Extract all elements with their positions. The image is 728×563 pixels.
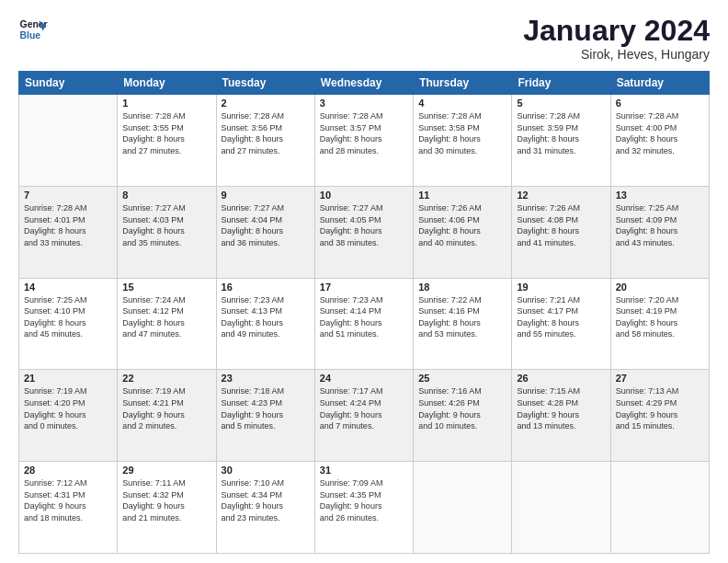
calendar-cell: 25Sunrise: 7:16 AM Sunset: 4:26 PM Dayli…	[414, 370, 512, 462]
day-info: Sunrise: 7:16 AM Sunset: 4:26 PM Dayligh…	[418, 385, 506, 431]
week-row-5: 28Sunrise: 7:12 AM Sunset: 4:31 PM Dayli…	[19, 462, 710, 554]
day-number: 29	[122, 465, 210, 476]
calendar-cell: 22Sunrise: 7:19 AM Sunset: 4:21 PM Dayli…	[118, 370, 216, 462]
day-number: 22	[122, 373, 210, 384]
calendar-cell: 24Sunrise: 7:17 AM Sunset: 4:24 PM Dayli…	[314, 370, 413, 462]
day-number: 1	[122, 98, 210, 109]
day-info: Sunrise: 7:12 AM Sunset: 4:31 PM Dayligh…	[24, 477, 112, 523]
day-info: Sunrise: 7:28 AM Sunset: 3:55 PM Dayligh…	[122, 110, 210, 156]
calendar-cell: 4Sunrise: 7:28 AM Sunset: 3:58 PM Daylig…	[414, 95, 512, 187]
week-row-4: 21Sunrise: 7:19 AM Sunset: 4:20 PM Dayli…	[19, 370, 710, 462]
day-number: 17	[320, 282, 408, 293]
day-info: Sunrise: 7:27 AM Sunset: 4:03 PM Dayligh…	[122, 202, 210, 248]
calendar-cell: 28Sunrise: 7:12 AM Sunset: 4:31 PM Dayli…	[19, 462, 118, 554]
title-block: January 2024 Sirok, Heves, Hungary	[523, 15, 710, 62]
calendar-cell: 12Sunrise: 7:26 AM Sunset: 4:08 PM Dayli…	[512, 186, 610, 278]
calendar-page: General Blue January 2024 Sirok, Heves, …	[0, 0, 728, 563]
weekday-header-tuesday: Tuesday	[216, 72, 314, 95]
day-info: Sunrise: 7:25 AM Sunset: 4:09 PM Dayligh…	[616, 202, 704, 248]
day-number: 10	[320, 190, 408, 201]
calendar-cell: 3Sunrise: 7:28 AM Sunset: 3:57 PM Daylig…	[314, 95, 413, 187]
day-number: 24	[320, 373, 408, 384]
day-info: Sunrise: 7:27 AM Sunset: 4:05 PM Dayligh…	[320, 202, 408, 248]
day-info: Sunrise: 7:21 AM Sunset: 4:17 PM Dayligh…	[517, 294, 605, 340]
calendar-table: SundayMondayTuesdayWednesdayThursdayFrid…	[18, 71, 710, 554]
day-info: Sunrise: 7:19 AM Sunset: 4:20 PM Dayligh…	[24, 385, 112, 431]
calendar-cell: 29Sunrise: 7:11 AM Sunset: 4:32 PM Dayli…	[118, 462, 216, 554]
day-number: 6	[616, 98, 704, 109]
day-info: Sunrise: 7:23 AM Sunset: 4:13 PM Dayligh…	[222, 294, 310, 340]
calendar-cell	[19, 95, 118, 187]
day-info: Sunrise: 7:28 AM Sunset: 3:56 PM Dayligh…	[222, 110, 310, 156]
day-info: Sunrise: 7:18 AM Sunset: 4:23 PM Dayligh…	[222, 385, 310, 431]
day-info: Sunrise: 7:11 AM Sunset: 4:32 PM Dayligh…	[122, 477, 210, 523]
calendar-cell: 18Sunrise: 7:22 AM Sunset: 4:16 PM Dayli…	[414, 278, 512, 370]
calendar-cell: 1Sunrise: 7:28 AM Sunset: 3:55 PM Daylig…	[118, 95, 216, 187]
day-info: Sunrise: 7:28 AM Sunset: 3:59 PM Dayligh…	[517, 110, 605, 156]
day-info: Sunrise: 7:27 AM Sunset: 4:04 PM Dayligh…	[222, 202, 310, 248]
day-number: 12	[517, 190, 605, 201]
weekday-header-wednesday: Wednesday	[314, 72, 413, 95]
day-info: Sunrise: 7:28 AM Sunset: 4:01 PM Dayligh…	[24, 202, 112, 248]
logo-icon: General Blue	[18, 15, 48, 44]
day-info: Sunrise: 7:13 AM Sunset: 4:29 PM Dayligh…	[616, 385, 704, 431]
day-info: Sunrise: 7:26 AM Sunset: 4:06 PM Dayligh…	[418, 202, 506, 248]
day-info: Sunrise: 7:26 AM Sunset: 4:08 PM Dayligh…	[517, 202, 605, 248]
calendar-cell: 8Sunrise: 7:27 AM Sunset: 4:03 PM Daylig…	[118, 186, 216, 278]
header: General Blue January 2024 Sirok, Heves, …	[18, 15, 710, 62]
week-row-1: 1Sunrise: 7:28 AM Sunset: 3:55 PM Daylig…	[19, 95, 710, 187]
day-info: Sunrise: 7:24 AM Sunset: 4:12 PM Dayligh…	[122, 294, 210, 340]
day-number: 5	[517, 98, 605, 109]
day-info: Sunrise: 7:17 AM Sunset: 4:24 PM Dayligh…	[320, 385, 408, 431]
day-info: Sunrise: 7:25 AM Sunset: 4:10 PM Dayligh…	[24, 294, 112, 340]
calendar-cell	[610, 462, 709, 554]
calendar-cell: 14Sunrise: 7:25 AM Sunset: 4:10 PM Dayli…	[19, 278, 118, 370]
logo: General Blue	[18, 15, 48, 44]
calendar-cell: 23Sunrise: 7:18 AM Sunset: 4:23 PM Dayli…	[216, 370, 314, 462]
day-number: 13	[616, 190, 704, 201]
calendar-cell: 9Sunrise: 7:27 AM Sunset: 4:04 PM Daylig…	[216, 186, 314, 278]
day-number: 4	[418, 98, 506, 109]
calendar-cell: 30Sunrise: 7:10 AM Sunset: 4:34 PM Dayli…	[216, 462, 314, 554]
calendar-cell: 31Sunrise: 7:09 AM Sunset: 4:35 PM Dayli…	[314, 462, 413, 554]
weekday-header-sunday: Sunday	[19, 72, 118, 95]
calendar-cell: 15Sunrise: 7:24 AM Sunset: 4:12 PM Dayli…	[118, 278, 216, 370]
day-number: 23	[222, 373, 310, 384]
day-info: Sunrise: 7:10 AM Sunset: 4:34 PM Dayligh…	[222, 477, 310, 523]
calendar-cell	[512, 462, 610, 554]
day-info: Sunrise: 7:15 AM Sunset: 4:28 PM Dayligh…	[517, 385, 605, 431]
calendar-cell: 16Sunrise: 7:23 AM Sunset: 4:13 PM Dayli…	[216, 278, 314, 370]
weekday-header-monday: Monday	[118, 72, 216, 95]
day-number: 2	[222, 98, 310, 109]
calendar-cell: 26Sunrise: 7:15 AM Sunset: 4:28 PM Dayli…	[512, 370, 610, 462]
day-info: Sunrise: 7:28 AM Sunset: 3:57 PM Dayligh…	[320, 110, 408, 156]
day-number: 30	[222, 465, 310, 476]
day-number: 20	[616, 282, 704, 293]
day-number: 25	[418, 373, 506, 384]
day-number: 11	[418, 190, 506, 201]
day-info: Sunrise: 7:20 AM Sunset: 4:19 PM Dayligh…	[616, 294, 704, 340]
weekday-header-saturday: Saturday	[610, 72, 709, 95]
calendar-title: January 2024	[523, 15, 710, 47]
day-info: Sunrise: 7:28 AM Sunset: 3:58 PM Dayligh…	[418, 110, 506, 156]
weekday-header-row: SundayMondayTuesdayWednesdayThursdayFrid…	[19, 72, 710, 95]
day-info: Sunrise: 7:09 AM Sunset: 4:35 PM Dayligh…	[320, 477, 408, 523]
day-info: Sunrise: 7:19 AM Sunset: 4:21 PM Dayligh…	[122, 385, 210, 431]
calendar-cell: 5Sunrise: 7:28 AM Sunset: 3:59 PM Daylig…	[512, 95, 610, 187]
calendar-cell: 13Sunrise: 7:25 AM Sunset: 4:09 PM Dayli…	[610, 186, 709, 278]
calendar-cell: 17Sunrise: 7:23 AM Sunset: 4:14 PM Dayli…	[314, 278, 413, 370]
calendar-cell: 10Sunrise: 7:27 AM Sunset: 4:05 PM Dayli…	[314, 186, 413, 278]
weekday-header-friday: Friday	[512, 72, 610, 95]
day-number: 21	[24, 373, 112, 384]
day-number: 28	[24, 465, 112, 476]
day-info: Sunrise: 7:28 AM Sunset: 4:00 PM Dayligh…	[616, 110, 704, 156]
calendar-cell	[414, 462, 512, 554]
calendar-cell: 19Sunrise: 7:21 AM Sunset: 4:17 PM Dayli…	[512, 278, 610, 370]
day-info: Sunrise: 7:22 AM Sunset: 4:16 PM Dayligh…	[418, 294, 506, 340]
week-row-2: 7Sunrise: 7:28 AM Sunset: 4:01 PM Daylig…	[19, 186, 710, 278]
calendar-cell: 27Sunrise: 7:13 AM Sunset: 4:29 PM Dayli…	[610, 370, 709, 462]
day-number: 18	[418, 282, 506, 293]
day-number: 14	[24, 282, 112, 293]
day-number: 31	[320, 465, 408, 476]
day-number: 15	[122, 282, 210, 293]
